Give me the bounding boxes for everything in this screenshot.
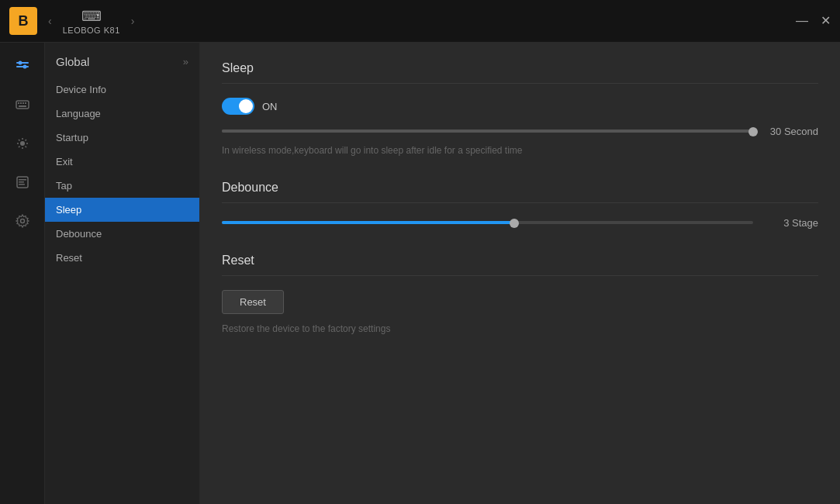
nav-prev-button[interactable]: ‹	[45, 13, 55, 29]
svg-rect-0	[16, 62, 29, 64]
sidebar-icon-lighting[interactable]	[9, 129, 36, 157]
sleep-slider-row: 30 Second	[222, 126, 818, 137]
main-layout: Global » Device Info Language Startup Ex…	[0, 43, 840, 504]
sidebar-icon-macro[interactable]	[9, 168, 36, 196]
svg-rect-2	[16, 66, 29, 67]
nav-item-device-info[interactable]: Device Info	[45, 78, 199, 102]
svg-line-18	[25, 140, 26, 140]
debounce-section: Debounce 3 Stage	[222, 181, 818, 229]
reset-section-title: Reset	[222, 254, 818, 276]
svg-rect-22	[19, 184, 25, 185]
sleep-section-title: Sleep	[222, 61, 818, 84]
sleep-toggle-row: ON	[222, 98, 818, 115]
svg-line-15	[19, 140, 19, 140]
sleep-slider-container[interactable]	[222, 129, 753, 134]
svg-point-10	[20, 141, 25, 146]
debounce-slider-fill	[222, 221, 514, 224]
svg-rect-5	[18, 102, 19, 104]
titlebar: B ‹ ⌨ LEOBOG K81 › — ✕	[0, 0, 840, 43]
titlebar-left: B ‹ ⌨ LEOBOG K81 ›	[9, 7, 137, 35]
close-button[interactable]: ✕	[821, 15, 831, 27]
collapse-button[interactable]: »	[183, 56, 188, 67]
nav-item-language[interactable]: Language	[45, 102, 199, 126]
sleep-slider-value: 30 Second	[764, 126, 818, 137]
device-name-label: LEOBOG K81	[63, 26, 120, 35]
svg-line-17	[19, 147, 19, 147]
debounce-slider-thumb[interactable]	[510, 219, 519, 228]
debounce-slider-container[interactable]	[222, 221, 753, 226]
debounce-slider-row: 3 Stage	[222, 217, 818, 229]
sidebar-icon-settings[interactable]	[9, 207, 36, 235]
minimize-button[interactable]: —	[796, 15, 808, 27]
nav-item-startup[interactable]: Startup	[45, 126, 199, 150]
svg-point-23	[20, 219, 24, 223]
sidebar-icon-keyboard[interactable]	[9, 91, 36, 119]
svg-point-3	[22, 65, 26, 69]
debounce-slider-track	[222, 221, 753, 224]
nav-item-reset[interactable]: Reset	[45, 246, 199, 270]
svg-rect-4	[16, 101, 29, 109]
app-logo: B	[9, 7, 37, 35]
svg-rect-7	[22, 102, 24, 104]
svg-rect-6	[20, 102, 22, 104]
reset-button[interactable]: Reset	[222, 290, 284, 314]
device-icon: ⌨	[81, 8, 102, 25]
svg-line-16	[25, 147, 26, 147]
sleep-toggle-label: ON	[262, 101, 278, 112]
nav-sidebar-header: Global »	[45, 49, 199, 78]
svg-point-1	[18, 61, 22, 65]
titlebar-controls: — ✕	[796, 15, 831, 27]
nav-item-debounce[interactable]: Debounce	[45, 222, 199, 246]
nav-item-exit[interactable]: Exit	[45, 150, 199, 174]
svg-rect-8	[25, 102, 26, 104]
reset-hint: Restore the device to the factory settin…	[222, 323, 818, 334]
content-area: Sleep ON 30 Second In wireless mode,keyb…	[200, 43, 840, 504]
reset-section: Reset Reset Restore the device to the fa…	[222, 254, 818, 334]
sleep-slider-track	[222, 129, 753, 133]
sleep-slider-fill	[222, 129, 753, 133]
sleep-section: Sleep ON 30 Second In wireless mode,keyb…	[222, 61, 818, 156]
icon-sidebar	[0, 43, 45, 504]
nav-sidebar-title: Global	[56, 55, 89, 68]
sleep-hint: In wireless mode,keyboard will go into s…	[222, 145, 818, 156]
nav-item-tap[interactable]: Tap	[45, 174, 199, 198]
svg-rect-21	[19, 181, 24, 183]
sleep-slider-thumb[interactable]	[748, 127, 758, 136]
nav-item-sleep[interactable]: Sleep	[45, 198, 199, 222]
debounce-section-title: Debounce	[222, 181, 818, 203]
sidebar-icon-sliders[interactable]	[9, 52, 36, 80]
svg-rect-9	[19, 105, 26, 107]
nav-next-button[interactable]: ›	[128, 13, 138, 29]
nav-sidebar: Global » Device Info Language Startup Ex…	[45, 43, 200, 504]
svg-rect-20	[19, 179, 26, 181]
debounce-slider-value: 3 Stage	[764, 217, 818, 229]
device-name-container: ⌨ LEOBOG K81	[63, 8, 120, 35]
sleep-toggle[interactable]	[222, 98, 254, 115]
